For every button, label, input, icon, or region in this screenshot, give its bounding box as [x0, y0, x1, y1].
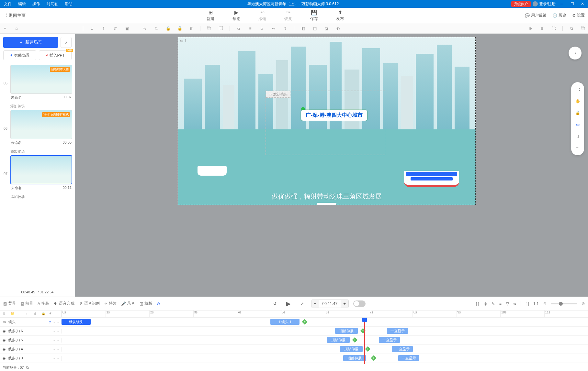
camera-frame[interactable]: ▭ 默认镜头 [266, 91, 385, 155]
tl-sort-icon[interactable]: ≡ [499, 301, 502, 306]
insert-ppt-button[interactable]: P 插入PPT VIP [39, 50, 72, 60]
track-dot[interactable]: • [53, 338, 55, 342]
title-chip[interactable]: 广-深-港-澳四大中心城市 [301, 110, 367, 121]
folder-icon[interactable]: 📁 [10, 312, 15, 316]
align-left-icon[interactable]: ⫏ [236, 26, 242, 31]
visibility-icon[interactable]: 👁 [49, 312, 54, 316]
track-dot[interactable]: • [57, 320, 59, 324]
timeline-clip[interactable]: 1 镜头 1 [270, 319, 300, 325]
shadow-icon[interactable]: ◪ [323, 26, 329, 31]
scene-item[interactable]: 07 未命名00:11 [3, 155, 72, 192]
down-icon[interactable]: ↓ [18, 312, 23, 316]
timeline-minimize-icon[interactable]: ⊖ [157, 301, 160, 306]
distribute-v-icon[interactable]: ⇕ [282, 26, 288, 31]
timeline-mic-button[interactable]: 🎤录音 [121, 301, 135, 306]
tl-zoom-in-icon[interactable]: ⊕ [582, 301, 585, 306]
track-header[interactable]: ▭镜头?•• [0, 320, 62, 324]
smart-scene-button[interactable]: ✦ 智能场景 [3, 50, 36, 60]
menu-action[interactable]: 操作 [30, 1, 43, 7]
scene-thumbnail[interactable]: "9+2" 的城市群模式 [10, 110, 72, 139]
tl-ratio-icon[interactable]: 1:1 [533, 301, 539, 306]
timeline-expand-button[interactable]: ⤢ [298, 299, 307, 308]
track-header[interactable]: ◉线条(L) 4•• [0, 347, 62, 352]
paste-icon[interactable]: ⿻ [580, 26, 586, 31]
add-keyframe-button[interactable] [302, 319, 308, 325]
timeline-clip[interactable]: 默认镜头 [62, 319, 91, 325]
timeline-clip[interactable]: 顶部伸展 [340, 346, 363, 352]
timeline-cc-button[interactable]: A字幕 [38, 301, 49, 306]
ungroup-icon[interactable]: ⿺ [218, 26, 224, 31]
tl-camera-icon[interactable]: ◎ [484, 301, 487, 306]
timeline-template-button[interactable]: ◫蒙版 [140, 301, 152, 306]
time-increase-button[interactable]: + [341, 300, 348, 308]
track-header[interactable]: ◉线条(L) 6•• [0, 329, 62, 333]
unlock-icon[interactable]: 🔓 [574, 109, 581, 116]
tl-keyframe-icon[interactable]: [·] [476, 301, 479, 306]
timeline-clip[interactable]: 一直显示 [392, 346, 413, 352]
track-dot[interactable]: • [57, 347, 59, 351]
back-button[interactable]: 〈 返回主页 [3, 13, 26, 18]
history-link[interactable]: 🕑历史 [552, 13, 566, 18]
lock-icon[interactable]: 🔒 [165, 26, 171, 31]
group-icon[interactable]: ⿻ [206, 26, 212, 31]
add-transition-button[interactable]: 添加转场 [3, 148, 72, 155]
mask-icon[interactable]: ◧ [300, 26, 306, 31]
timeline-clip[interactable]: 一直显示 [379, 337, 400, 343]
align-bottom-icon[interactable]: ⤓ [89, 26, 95, 31]
canvas-music-button[interactable]: ♪ [569, 47, 582, 60]
add-keyframe-button[interactable] [371, 355, 377, 361]
menu-help[interactable]: 帮助 [62, 1, 75, 7]
close-button[interactable]: ✕ [578, 1, 587, 7]
align-middle-icon[interactable]: ⇵ [112, 26, 118, 31]
playhead[interactable] [364, 318, 365, 364]
tl-bracket-icon[interactable]: [ ] [526, 301, 529, 306]
tool-home-icon[interactable]: ⌂ [14, 26, 19, 31]
timeline-clip[interactable]: 顶部伸展 [327, 337, 350, 343]
play-action[interactable]: ▶预览 [230, 9, 243, 22]
lock-track-icon[interactable]: 🔒 [41, 312, 46, 316]
track-lane[interactable]: 顶部伸展一直显示 [62, 336, 588, 344]
scenes-list[interactable]: 05 超级城市天圈 未命名00:07 添加转场06 "9+2" 的城市群模式 未… [0, 63, 75, 287]
flip-v-icon[interactable]: ⇅ [153, 26, 159, 31]
align-center-icon[interactable]: ≡ [247, 26, 253, 31]
copy-icon[interactable]: ⧉ [569, 26, 574, 31]
timeline-rewind-button[interactable]: ↺ [270, 299, 279, 308]
timeline-ruler[interactable]: 0s1s2s3s4s5s6s7s8s9s10s11s [62, 311, 588, 317]
up-icon[interactable]: ↑ [26, 312, 30, 316]
track-lane[interactable]: 顶部伸展一直显示 [62, 327, 588, 335]
mobile-view-icon[interactable]: ▯ [574, 133, 581, 140]
tl-zoom-out-icon[interactable]: ⊖ [543, 301, 547, 306]
add-transition-button[interactable]: 添加转场 [3, 193, 72, 201]
track-dot[interactable]: • [53, 329, 55, 333]
align-right-icon[interactable]: ⫐ [259, 26, 265, 31]
trash-icon[interactable]: 🗑 [34, 312, 38, 316]
tl-link-icon[interactable]: ∞ [514, 301, 516, 306]
canvas-stage[interactable]: ▭ 1 ▭ 默认镜头 广-深-港-澳四大中心城市 做优 [178, 37, 476, 205]
fullscreen-icon[interactable]: ⛶ [574, 86, 581, 93]
add-track-icon[interactable]: ⊞ [3, 312, 7, 316]
settings-link[interactable]: ⚙设置 [572, 13, 585, 18]
unlock-icon[interactable]: 🔓 [177, 26, 183, 31]
scene-thumbnail[interactable] [10, 155, 72, 184]
add-keyframe-button[interactable] [365, 346, 371, 352]
zoom-in-icon[interactable]: ⊕ [527, 26, 533, 31]
track-dot[interactable]: • [53, 320, 55, 324]
more-icon[interactable]: ⋯ [574, 144, 581, 151]
desktop-view-icon[interactable]: ▭ [574, 121, 581, 128]
opacity-icon[interactable]: ◐ [335, 26, 341, 31]
timeline-clip[interactable]: 一直显示 [387, 328, 408, 334]
scene-music-button[interactable]: ♪ [61, 37, 72, 48]
track-dot[interactable]: • [57, 329, 59, 333]
timeline-clip[interactable]: 一直显示 [398, 355, 419, 361]
hand-icon[interactable]: ✋ [574, 98, 581, 105]
track-header[interactable]: ◉线条(L) 5•• [0, 338, 62, 343]
scene-item[interactable]: 06 "9+2" 的城市群模式 未命名00:05 [3, 110, 72, 147]
track-lane[interactable]: 顶部伸展一直显示 [62, 354, 588, 363]
timeline-bg-button[interactable]: ▨背景 [3, 301, 16, 306]
timeline-fx-button[interactable]: ✧特效 [104, 301, 117, 306]
login-button[interactable]: 登录/注册 [533, 1, 556, 7]
bring-front-icon[interactable]: ▣ [124, 26, 130, 31]
track-dot[interactable]: • [53, 347, 55, 351]
publish-action[interactable]: ⬆发布 [334, 9, 346, 22]
feedback-link[interactable]: 💬用户反馈 [525, 13, 547, 18]
